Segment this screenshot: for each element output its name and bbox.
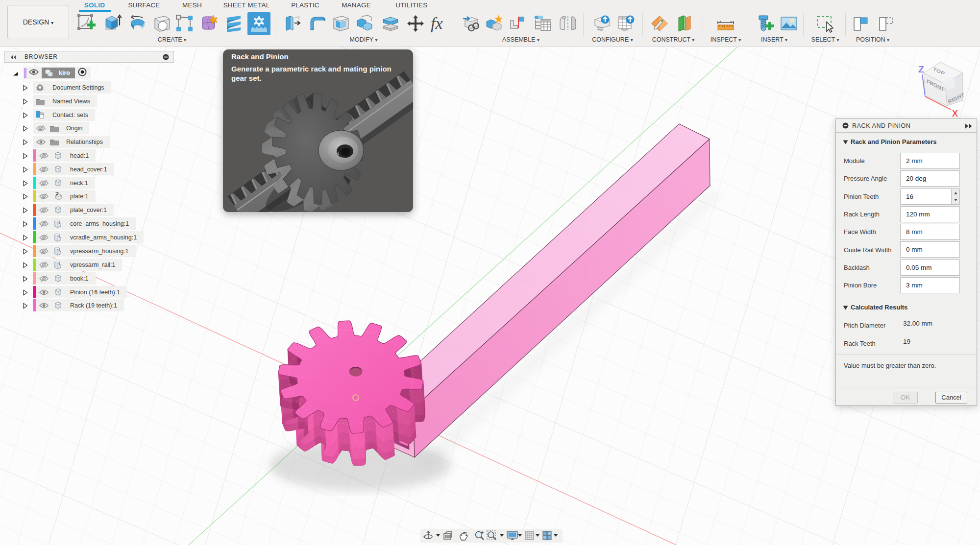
svg-text:fx: fx [431,14,443,32]
svg-text:X: X [952,109,958,118]
svg-text:Z: Z [918,64,924,74]
